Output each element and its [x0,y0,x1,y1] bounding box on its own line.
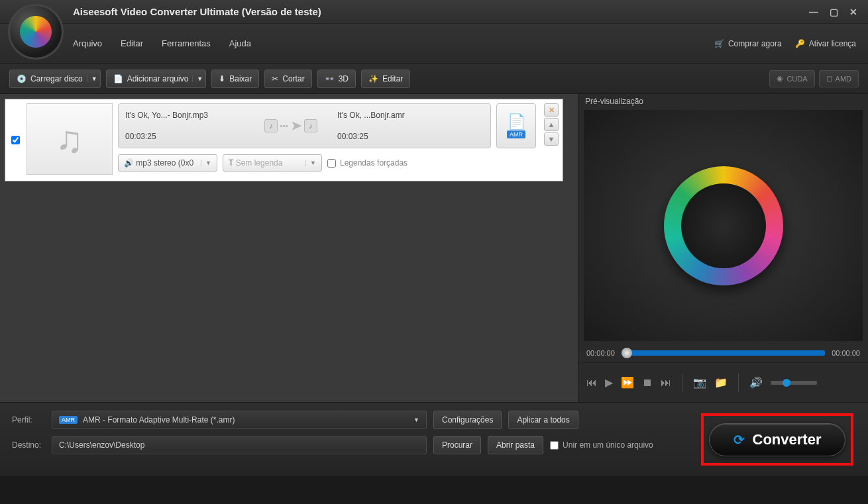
audio-icon: 🔊 [124,158,134,168]
apply-all-button[interactable]: Aplicar a todos [508,411,578,429]
source-filename: It's Ok, Yo...- Bonjr.mp3 [125,111,251,120]
cut-button[interactable]: ✂Cortar [264,70,311,88]
next-track-button[interactable]: ⏭ [661,377,671,389]
timeline-slider[interactable] [622,350,825,356]
format-badge-small: AMR [59,416,78,424]
file-plus-icon: 📄 [113,74,123,83]
open-dest-folder-button[interactable]: Abrir pasta [488,436,543,454]
play-button[interactable]: ▶ [605,376,613,389]
three-d-button[interactable]: 👓3D [317,70,356,88]
amd-icon: ◻ [826,74,832,83]
cart-icon: 🛒 [714,39,724,48]
remove-file-button[interactable]: ✕ [544,103,559,117]
nvidia-icon: ◉ [777,74,783,83]
audio-track-select[interactable]: 🔊 mp3 stereo (0x0▼ [118,154,217,172]
disc-icon: 💿 [17,74,27,83]
file-select-checkbox[interactable] [11,136,20,144]
target-duration: 00:03:25 [337,132,484,141]
timeline-knob[interactable] [622,348,632,358]
move-up-button[interactable]: ▲ [544,118,559,131]
destination-field[interactable]: C:\Users\enzov\Desktop [52,436,427,454]
menu-help[interactable]: Ajuda [229,38,251,48]
amd-toggle[interactable]: ◻AMD [819,70,859,87]
file-item[interactable]: ♫ It's Ok, Yo...- Bonjr.mp3 00:03:25 ♪ ▪… [5,99,563,181]
file-thumbnail: ♫ [27,103,113,175]
document-icon: 📄 [508,113,525,130]
download-button[interactable]: ⬇Baixar [211,70,259,88]
stop-button[interactable]: ⏹ [642,377,653,389]
chevron-down-icon[interactable]: ▼ [87,76,97,82]
download-icon: ⬇ [219,74,225,83]
move-down-button[interactable]: ▼ [544,132,559,146]
volume-icon[interactable]: 🔊 [749,376,763,389]
maximize-button[interactable]: ▢ [828,7,839,17]
fast-forward-button[interactable]: ⏩ [621,376,634,389]
preview-title: Pré-visualização [578,94,868,107]
glasses-icon: 👓 [325,74,335,83]
file-list-area: ♫ It's Ok, Yo...- Bonjr.mp3 00:03:25 ♪ ▪… [0,94,578,402]
merge-files-label: Unir em um único arquivo [563,440,653,450]
cuda-toggle[interactable]: ◉CUDA [769,70,814,87]
audio-out-icon: ♪ [304,119,317,132]
prev-track-button[interactable]: ⏮ [586,377,597,389]
playback-time-current: 00:00:00 [586,349,615,357]
browse-button[interactable]: Procurar [433,436,481,454]
text-icon: T [229,158,233,168]
open-folder-button[interactable]: 📁 [714,376,728,389]
profile-label: Perfil: [12,415,45,425]
merge-files-checkbox[interactable] [550,441,559,450]
format-badge: AMR [507,130,525,138]
target-filename: It's Ok, ...Bonjr.amr [337,111,484,120]
window-title: Aiseesoft Video Converter Ultimate (Vers… [73,6,321,17]
snapshot-button[interactable]: 📷 [693,376,706,389]
settings-button[interactable]: Configurações [433,411,502,429]
chevron-down-icon[interactable]: ▼ [192,76,203,82]
activate-license-link[interactable]: 🔑Ativar licença [795,39,856,48]
volume-knob[interactable] [783,379,790,387]
aperture-icon [664,166,783,285]
minimize-button[interactable]: — [808,7,819,17]
profile-select[interactable]: AMRAMR - Formato Adaptive Multi-Rate (*.… [52,411,427,429]
playback-time-total: 00:00:00 [832,349,860,357]
conversion-arrow: ♪ ▪▪▪ ➤ ♪ [251,117,331,134]
scissors-icon: ✂ [272,74,278,83]
menu-edit[interactable]: Editar [121,38,143,48]
add-file-button[interactable]: 📄Adicionar arquivo▼ [106,70,207,88]
magic-wand-icon: ✨ [368,74,378,83]
tutorial-highlight-box [701,413,853,466]
music-note-icon: ♫ [56,118,83,161]
buy-now-link[interactable]: 🛒Comprar agora [714,39,782,48]
forced-subs-label: Legendas forçadas [340,158,407,168]
volume-slider[interactable] [771,381,817,385]
forced-subs-checkbox[interactable] [327,159,336,168]
output-format-button[interactable]: 📄 AMR [496,103,536,148]
menu-tools[interactable]: Ferramentas [162,38,211,48]
app-logo [8,4,64,60]
source-duration: 00:03:25 [125,132,251,141]
subtitle-select[interactable]: T Sem legenda▼ [223,154,322,172]
close-button[interactable]: ✕ [848,7,859,17]
load-disc-button[interactable]: 💿Carregar disco▼ [9,70,101,88]
destination-label: Destino: [12,440,45,450]
audio-in-icon: ♪ [264,119,278,132]
menu-file[interactable]: Arquivo [73,38,102,48]
preview-viewport [584,110,863,341]
key-icon: 🔑 [795,39,805,48]
edit-button[interactable]: ✨Editar [361,70,410,88]
